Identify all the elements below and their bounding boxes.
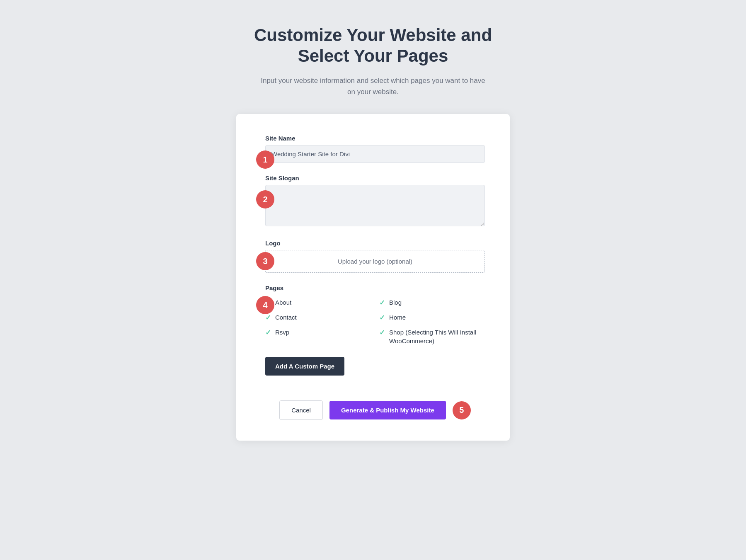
page-subtitle: Input your website information and selec… [254,75,492,97]
site-slogan-label: Site Slogan [265,175,485,182]
page-blog[interactable]: ✓ Blog [379,298,485,307]
cancel-button[interactable]: Cancel [279,400,323,420]
page-home[interactable]: ✓ Home [379,313,485,322]
logo-upload-area[interactable]: Upload your logo (optional) [265,250,485,273]
logo-group: 3 Logo Upload your logo (optional) [265,240,485,273]
site-name-group: 1 Site Name [265,135,485,163]
step-5-bubble: 5 [453,401,471,419]
page-rsvp-label: Rsvp [275,328,289,337]
page-home-label: Home [389,313,406,322]
page-header: Customize Your Website and Select Your P… [254,25,492,97]
form-card: 1 Site Name 2 Site Slogan 3 Logo Upload … [236,114,510,441]
page-title: Customize Your Website and Select Your P… [254,25,492,67]
form-actions: Cancel Generate & Publish My Website 5 [265,400,485,420]
site-name-input[interactable] [265,145,485,163]
page-about[interactable]: ✓ About [265,298,371,307]
step-1-bubble: 1 [256,150,274,169]
check-icon-shop: ✓ [379,328,385,337]
check-icon-blog: ✓ [379,298,385,307]
pages-label: Pages [265,284,485,291]
page-rsvp[interactable]: ✓ Rsvp [265,328,371,345]
check-icon-contact: ✓ [265,313,271,322]
pages-grid: ✓ About ✓ Blog ✓ Contact ✓ Home ✓ Rsvp ✓… [265,298,485,345]
site-slogan-group: 2 Site Slogan [265,175,485,228]
page-shop[interactable]: ✓ Shop (Selecting This Will Install WooC… [379,328,485,345]
step-3-bubble: 3 [256,252,274,270]
check-icon-home: ✓ [379,313,385,322]
site-name-label: Site Name [265,135,485,142]
generate-publish-button[interactable]: Generate & Publish My Website [329,401,446,419]
step-4-bubble: 4 [256,296,274,314]
step-2-bubble: 2 [256,190,274,208]
page-contact[interactable]: ✓ Contact [265,313,371,322]
check-icon-rsvp: ✓ [265,328,271,337]
page-shop-label: Shop (Selecting This Will Install WooCom… [389,328,485,345]
page-contact-label: Contact [275,313,297,322]
page-blog-label: Blog [389,298,402,307]
logo-label: Logo [265,240,485,247]
page-about-label: About [275,298,291,307]
pages-group: 4 Pages ✓ About ✓ Blog ✓ Contact ✓ Home … [265,284,485,389]
add-custom-page-button[interactable]: Add A Custom Page [265,357,344,376]
site-slogan-input[interactable] [265,185,485,226]
